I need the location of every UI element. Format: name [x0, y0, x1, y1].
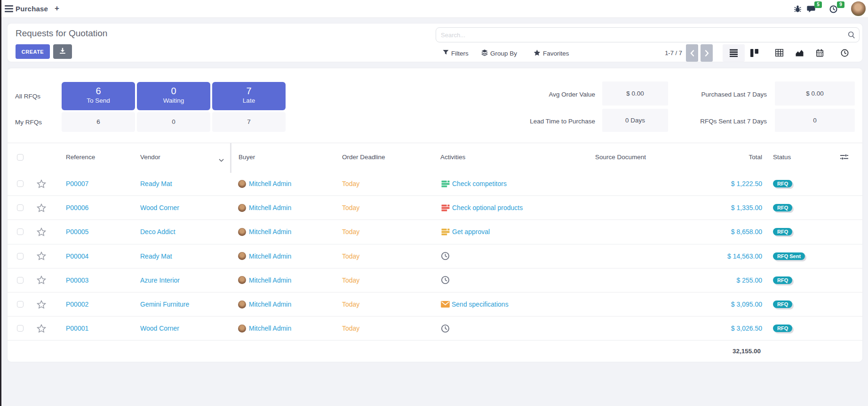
header-order-deadline[interactable]: Order Deadline	[342, 154, 385, 161]
search-icon[interactable]	[848, 31, 855, 41]
tasks-red-icon[interactable]	[441, 204, 450, 212]
order-deadline-cell[interactable]: Today	[342, 244, 359, 268]
optional-columns-icon[interactable]	[840, 154, 848, 162]
row-checkbox[interactable]	[17, 325, 24, 332]
header-source-document[interactable]: Source Document	[595, 154, 646, 161]
vendor-link[interactable]: Ready Mat	[140, 172, 172, 195]
favorites-button[interactable]: Favorites	[534, 49, 569, 57]
pager-next-button[interactable]	[701, 44, 713, 62]
view-activity-icon[interactable]	[840, 49, 849, 57]
header-buyer[interactable]: Buyer	[239, 154, 255, 161]
view-calendar-icon[interactable]	[815, 49, 824, 57]
header-status[interactable]: Status	[773, 154, 791, 161]
row-checkbox[interactable]	[17, 253, 24, 260]
order-deadline-cell[interactable]: Today	[342, 196, 359, 219]
vendor-link[interactable]: Azure Interior	[140, 268, 180, 292]
filters-button[interactable]: Filters	[443, 49, 469, 57]
row-checkbox[interactable]	[17, 277, 24, 284]
vendor-link[interactable]: Ready Mat	[140, 244, 172, 268]
new-tab-button[interactable]: +	[55, 4, 59, 13]
favorite-star-icon[interactable]	[37, 172, 46, 195]
table-row[interactable]: P00007 Ready Mat Mitchell Admin Today Ch…	[8, 172, 862, 196]
clock-icon[interactable]	[441, 252, 450, 260]
buyer-cell[interactable]: Mitchell Admin	[238, 172, 291, 195]
order-deadline-cell[interactable]: Today	[342, 268, 359, 292]
activity-cell[interactable]: Check competitors	[441, 172, 507, 195]
order-deadline-cell[interactable]: Today	[342, 172, 359, 195]
activities-clock-icon[interactable]	[829, 5, 837, 15]
activity-cell[interactable]	[441, 244, 452, 268]
vendor-link[interactable]: Deco Addict	[140, 220, 175, 244]
row-checkbox[interactable]	[17, 204, 24, 211]
activity-cell[interactable]	[441, 268, 452, 292]
favorite-star-icon[interactable]	[37, 196, 46, 219]
tile-late[interactable]: 7 Late	[212, 82, 286, 110]
group-by-button[interactable]: Group By	[481, 49, 517, 57]
column-resize-separator[interactable]	[230, 143, 231, 173]
buyer-cell[interactable]: Mitchell Admin	[238, 244, 291, 268]
reference-link[interactable]: P00001	[66, 317, 88, 340]
reference-link[interactable]: P00007	[66, 172, 88, 195]
table-row[interactable]: P00005 Deco Addict Mitchell Admin Today …	[8, 220, 862, 244]
create-button[interactable]: CREATE	[16, 44, 50, 59]
view-graph-icon[interactable]	[795, 49, 804, 57]
vendor-link[interactable]: Wood Corner	[140, 196, 179, 219]
activity-cell[interactable]	[441, 317, 452, 340]
favorite-star-icon[interactable]	[37, 244, 46, 268]
header-vendor[interactable]: Vendor	[140, 154, 160, 161]
row-checkbox[interactable]	[17, 301, 24, 308]
tasks-green-icon[interactable]	[441, 180, 450, 188]
debug-bug-icon[interactable]	[794, 5, 802, 15]
select-all-checkbox[interactable]	[17, 154, 24, 161]
buyer-cell[interactable]: Mitchell Admin	[238, 268, 291, 292]
view-list-icon[interactable]	[729, 49, 738, 57]
buyer-cell[interactable]: Mitchell Admin	[238, 196, 291, 219]
clock-icon[interactable]	[441, 324, 450, 333]
activity-cell[interactable]: Check optional products	[441, 196, 523, 219]
row-checkbox[interactable]	[17, 228, 24, 235]
order-deadline-cell[interactable]: Today	[342, 220, 359, 244]
pager-previous-button[interactable]	[686, 44, 698, 62]
favorite-star-icon[interactable]	[37, 268, 46, 292]
tile-waiting[interactable]: 0 Waiting	[137, 82, 210, 110]
user-avatar[interactable]	[851, 1, 866, 16]
favorite-star-icon[interactable]	[37, 292, 46, 316]
app-title[interactable]: Purchase	[16, 5, 48, 13]
table-row[interactable]: P00002 Gemini Furniture Mitchell Admin T…	[8, 292, 862, 317]
vendor-link[interactable]: Wood Corner	[140, 317, 179, 340]
buyer-cell[interactable]: Mitchell Admin	[238, 292, 291, 316]
envelope-icon[interactable]	[441, 301, 450, 308]
reference-link[interactable]: P00005	[66, 220, 88, 244]
table-row[interactable]: P00001 Wood Corner Mitchell Admin Today …	[8, 317, 862, 341]
view-pivot-icon[interactable]	[775, 49, 783, 57]
export-download-button[interactable]	[53, 44, 72, 59]
header-total[interactable]: Total	[692, 154, 762, 161]
order-deadline-cell[interactable]: Today	[342, 317, 359, 340]
search-input[interactable]	[436, 27, 860, 42]
my-late-tile[interactable]: 7	[212, 112, 286, 132]
tasks-yellow-icon[interactable]	[441, 228, 450, 236]
row-checkbox[interactable]	[17, 180, 24, 187]
reference-link[interactable]: P00006	[66, 196, 88, 219]
header-reference[interactable]: Reference	[66, 154, 95, 161]
activity-cell[interactable]: Get approval	[441, 220, 490, 244]
header-activities[interactable]: Activities	[440, 154, 465, 161]
buyer-cell[interactable]: Mitchell Admin	[238, 220, 291, 244]
my-waiting-tile[interactable]: 0	[137, 112, 210, 132]
sort-desc-icon[interactable]	[219, 155, 224, 164]
table-row[interactable]: P00004 Ready Mat Mitchell Admin Today $ …	[8, 244, 862, 268]
buyer-cell[interactable]: Mitchell Admin	[238, 317, 291, 340]
view-kanban-icon[interactable]	[750, 49, 758, 57]
activity-cell[interactable]: Send specifications	[441, 292, 509, 316]
reference-link[interactable]: P00002	[66, 292, 88, 316]
tile-to-send[interactable]: 6 To Send	[62, 82, 135, 110]
my-to-send-tile[interactable]: 6	[62, 112, 135, 132]
reference-link[interactable]: P00004	[66, 244, 88, 268]
table-row[interactable]: P00003 Azure Interior Mitchell Admin Tod…	[8, 268, 862, 292]
clock-icon[interactable]	[441, 276, 450, 284]
order-deadline-cell[interactable]: Today	[342, 292, 359, 316]
favorite-star-icon[interactable]	[37, 220, 46, 244]
table-row[interactable]: P00006 Wood Corner Mitchell Admin Today …	[8, 196, 862, 220]
reference-link[interactable]: P00003	[66, 268, 88, 292]
menu-apps-icon[interactable]	[5, 5, 13, 13]
